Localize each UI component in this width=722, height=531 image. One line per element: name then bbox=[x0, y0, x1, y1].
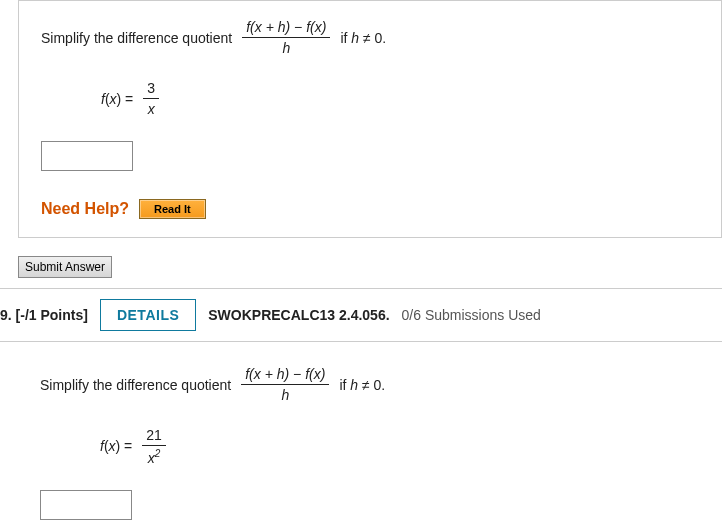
need-help-label: Need Help? bbox=[41, 200, 129, 218]
dq-numerator: f(x + h) − f(x) bbox=[242, 19, 330, 38]
answer-input[interactable] bbox=[41, 141, 133, 171]
func-fraction: 3 x bbox=[143, 80, 159, 117]
func-lhs: f(x) = bbox=[101, 91, 133, 107]
difference-quotient: f(x + h) − f(x) h bbox=[242, 19, 330, 56]
details-button[interactable]: DETAILS bbox=[100, 299, 196, 331]
need-help-row: Need Help? Read It bbox=[41, 199, 701, 219]
func-numerator: 21 bbox=[142, 427, 166, 446]
prompt-text: Simplify the difference quotient bbox=[40, 377, 231, 393]
answer-input[interactable] bbox=[40, 490, 132, 520]
condition: if h ≠ 0. bbox=[339, 377, 385, 393]
prompt-text: Simplify the difference quotient bbox=[41, 30, 232, 46]
submissions-used: 0/6 Submissions Used bbox=[402, 307, 541, 323]
question-header: 9. [-/1 Points] DETAILS SWOKPRECALC13 2.… bbox=[0, 288, 722, 342]
read-it-button[interactable]: Read It bbox=[139, 199, 206, 219]
func-fraction: 21 x2 bbox=[142, 427, 166, 466]
func-lhs: f(x) = bbox=[100, 438, 132, 454]
function-definition: f(x) = 21 x2 bbox=[100, 427, 702, 466]
func-denominator: x2 bbox=[144, 446, 165, 466]
func-denominator: x bbox=[144, 99, 159, 117]
submit-row: Submit Answer bbox=[18, 256, 722, 278]
dq-numerator: f(x + h) − f(x) bbox=[241, 366, 329, 385]
function-definition: f(x) = 3 x bbox=[101, 80, 701, 117]
prompt-line: Simplify the difference quotient f(x + h… bbox=[41, 19, 701, 56]
func-numerator: 3 bbox=[143, 80, 159, 99]
difference-quotient: f(x + h) − f(x) h bbox=[241, 366, 329, 403]
textbook-reference: SWOKPRECALC13 2.4.056. bbox=[208, 307, 389, 323]
prompt-line: Simplify the difference quotient f(x + h… bbox=[40, 366, 702, 403]
submit-answer-button[interactable]: Submit Answer bbox=[18, 256, 112, 278]
dq-denominator: h bbox=[277, 385, 293, 403]
dq-denominator: h bbox=[278, 38, 294, 56]
question-block-1: Simplify the difference quotient f(x + h… bbox=[18, 0, 722, 238]
condition: if h ≠ 0. bbox=[340, 30, 386, 46]
question-number: 9. [-/1 Points] bbox=[0, 307, 88, 323]
question-block-2: Simplify the difference quotient f(x + h… bbox=[18, 348, 722, 531]
